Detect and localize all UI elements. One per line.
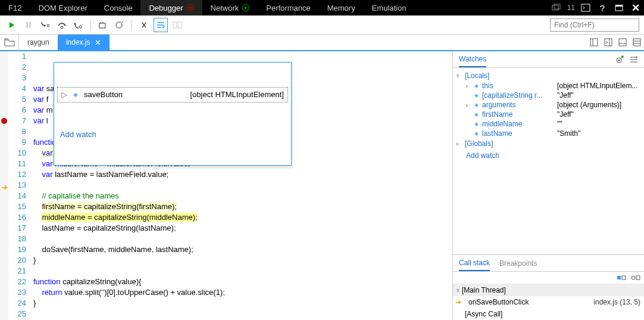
tab-network-label: Network [211,4,239,13]
local-var-row[interactable]: ◈firstName"Jeff" [453,110,644,119]
file-tab-bar: raygun index.js ✕ [0,35,644,51]
tab-dom-explorer[interactable]: DOM Explorer [30,0,95,15]
help-icon[interactable]: ? [594,0,611,15]
svg-rect-2 [190,7,191,10]
callstack-tab[interactable]: Call stack [459,256,490,271]
globals-section[interactable]: ▹[Globals] [453,138,644,149]
continue-button[interactable] [5,18,19,32]
open-file-button[interactable] [0,35,19,50]
object-icon: ◈ [73,89,78,100]
code-editor[interactable]: ➔ 12345678910111213141516171819202122232… [0,51,452,320]
notifications-icon[interactable] [548,0,565,15]
f12-label: F12 [0,0,30,15]
pause-button[interactable] [21,18,36,32]
toggle-pane-4-icon[interactable] [630,35,644,49]
local-var-row[interactable]: ▹◈this[object HTMLInputElem... [453,81,644,91]
local-var-row[interactable]: ▹◈arguments[object (Arguments)] [453,100,644,110]
svg-rect-29 [617,276,621,279]
svg-rect-17 [178,22,182,28]
file-tab-raygun[interactable]: raygun [19,35,58,50]
exception-behavior-button[interactable] [112,18,127,32]
toggle-pane-2-icon[interactable] [601,35,615,49]
svg-rect-7 [615,6,623,11]
toggle-pane-3-icon[interactable] [615,35,630,49]
watches-tab[interactable]: Watches [459,52,486,67]
svg-rect-16 [173,22,177,28]
code-body[interactable]: ▷ ◈ saveButton [object HTMLInputElement]… [30,51,452,320]
svg-rect-30 [622,276,626,279]
undock-icon[interactable] [611,0,627,15]
step-over-button[interactable] [55,18,69,32]
close-tab-icon[interactable]: ✕ [95,39,101,46]
break-new-worker-button[interactable] [96,18,110,32]
svg-rect-14 [99,23,105,28]
svg-point-11 [47,24,49,27]
add-watch-icon[interactable] [615,55,625,64]
file-tab-indexjs[interactable]: index.js ✕ [58,35,110,50]
watch-tooltip-row[interactable]: ▷ ◈ saveButton [object HTMLInputElement] [57,87,288,102]
file-tab-indexjs-label: index.js [66,38,90,46]
tab-memory[interactable]: Memory [319,0,364,15]
main-thread-label: [Main Thread] [462,286,506,294]
local-var-row[interactable]: ◈lastName"Smith" [453,129,644,138]
pretty-print-button[interactable] [137,18,151,32]
notify-count: 11 [565,0,577,15]
watch-tooltip: ▷ ◈ saveButton [object HTMLInputElement]… [54,62,292,166]
watches-panel: ▿[Locals] ▹◈this[object HTMLInputElem...… [453,68,644,255]
main-split: ➔ 12345678910111213141516171819202122232… [0,51,644,320]
callstack-tabbar: Call stack Breakpoints [453,255,644,272]
toggle-pane-1-icon[interactable] [587,35,601,49]
local-var-row[interactable]: ◈[capitalizeString r..."Jeff" [453,91,644,100]
word-wrap-button[interactable] [154,18,168,32]
console-shortcut-icon[interactable] [577,0,594,15]
pause-badge-icon [187,4,194,11]
svg-rect-6 [582,4,590,11]
locals-label: [Locals] [465,72,489,80]
svg-rect-24 [633,39,640,46]
svg-rect-4 [552,5,558,10]
callstack-row[interactable]: onSaveButtonClickindex.js (13, 5) [453,296,644,308]
topbar-right: 11 ? ✕ [548,0,644,15]
tab-performance[interactable]: Performance [258,0,318,15]
svg-rect-9 [26,22,28,28]
svg-rect-18 [590,39,598,46]
tab-debugger-label: Debugger [149,4,183,13]
main-thread-header[interactable]: ▿[Main Thread] [453,284,644,296]
expand-icon[interactable]: ▷ [61,89,67,100]
svg-rect-8 [615,5,623,7]
tab-network[interactable]: Network [202,0,258,15]
tab-debugger[interactable]: Debugger [140,0,202,15]
delete-all-watches-icon[interactable] [630,55,638,64]
svg-point-0 [187,5,193,11]
search-input[interactable] [550,18,639,32]
step-into-button[interactable] [38,18,52,32]
tab-emulation[interactable]: Emulation [364,0,415,15]
search-container [550,18,639,32]
svg-point-15 [116,22,122,28]
play-badge-icon [242,4,249,11]
breakpoints-tab[interactable]: Breakpoints [499,256,537,271]
step-out-button[interactable] [71,18,86,32]
callstack-row[interactable]: [Async Call] [453,308,644,320]
watches-tabbar: Watches [453,51,644,68]
breakpoint-gutter[interactable]: ➔ [0,51,8,320]
watch-var-value: [object HTMLInputElement] [190,89,284,100]
svg-rect-10 [29,22,31,28]
locals-section[interactable]: ▿[Locals] [453,70,644,81]
callstack-panel: ▿[Main Thread] onSaveButtonClickindex.js… [453,272,644,320]
source-map-button[interactable] [170,18,185,32]
svg-point-28 [618,59,620,61]
close-icon[interactable]: ✕ [627,0,644,15]
svg-point-13 [79,26,82,28]
add-watch-link-sidebar[interactable]: Add watch [453,149,644,162]
svg-rect-5 [554,4,560,9]
library-frames-icon[interactable] [631,274,640,281]
add-watch-link[interactable]: Add watch [54,127,291,144]
devtools-topbar: F12 DOM Explorer Console Debugger Networ… [0,0,644,15]
tab-console[interactable]: Console [96,0,141,15]
sidebar: Watches ▿[Locals] ▹◈this[object HTMLInpu… [452,51,644,320]
svg-rect-1 [189,7,190,10]
async-frames-icon[interactable] [617,274,626,281]
local-var-row[interactable]: ◈middleName"" [453,119,644,129]
svg-rect-22 [619,39,626,46]
